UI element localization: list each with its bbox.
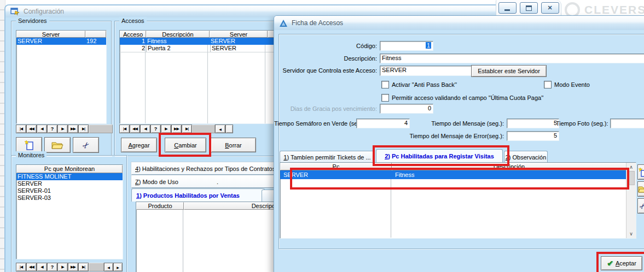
screen: CLEVERSO Configuración Servidores Server <box>0 0 644 272</box>
agregar-button[interactable]: Agregar <box>121 138 157 152</box>
borrar-button[interactable]: Borrar <box>211 138 256 152</box>
productos-col-producto[interactable]: Producto <box>136 202 184 210</box>
servidores-col-server[interactable]: Server <box>16 31 85 38</box>
accesos-row-2-server: SERVER <box>211 45 279 52</box>
monitores-item-server-01[interactable]: SERVER-01 <box>16 187 123 194</box>
servidores-row-selected[interactable]: SERVER 192 <box>16 38 106 45</box>
nav-last-button[interactable]: ▶| <box>78 125 89 133</box>
monitores-header[interactable]: Pc que Monitorean <box>16 165 123 173</box>
tab-tickets[interactable]: 1) Tambíen permitir Tickets de ... <box>280 151 375 163</box>
cleverso-logo-text: CLEVERSO <box>584 3 644 16</box>
descripcion-field[interactable]: Fitness <box>380 54 644 63</box>
accesos-row-2[interactable]: 2 Puerta 2 SERVER <box>120 45 279 52</box>
restore-button[interactable] <box>520 2 538 14</box>
mensaje-error-label: Tiempo del Mensaje de Error(seg.): <box>405 132 504 140</box>
nav-find-button[interactable]: ? <box>47 125 57 133</box>
nav-next-button[interactable]: ▶ <box>57 263 68 271</box>
nav-fast-prev-button[interactable]: ◀◀ <box>130 125 140 133</box>
accesos-group-label: Accesos <box>119 17 147 25</box>
new-record-button[interactable] <box>16 137 42 153</box>
nav-last-button[interactable]: ▶| <box>78 263 89 271</box>
nav-fast-next-button[interactable]: ▶▶ <box>68 263 78 271</box>
tab-observacion[interactable]: 2) Observación <box>504 151 548 163</box>
cambiar-button[interactable]: Cambiar <box>165 138 206 152</box>
nav-fast-next-button[interactable]: ▶▶ <box>68 125 78 133</box>
nav-find-button[interactable]: ? <box>150 125 161 133</box>
servidor-field[interactable]: SERVER <box>380 66 473 76</box>
accesos-table[interactable]: Acceso Descripción Server 1 Fitness SERV… <box>119 30 279 124</box>
servidores-col-extra[interactable] <box>85 31 106 38</box>
close-icon: ✕ <box>547 4 552 11</box>
servidores-group-label: Servidores <box>16 17 49 25</box>
tiempo-foto-field[interactable] <box>610 119 644 128</box>
tab-productos-habilitados[interactable]: 1) Productos Habilitados por Ventas <box>131 188 265 202</box>
nav-last-button[interactable]: ▶| <box>182 125 192 133</box>
side-open-button[interactable] <box>637 181 644 197</box>
monitores-item-fitness-molinet[interactable]: FITNESS MOLINET <box>16 173 123 180</box>
pc-col-descripcion[interactable]: Descripción <box>392 163 626 170</box>
modo-evento-checkbox[interactable] <box>544 81 552 88</box>
nav-fast-prev-button[interactable]: ◀◀ <box>26 263 37 271</box>
nav-first-button[interactable]: |◀ <box>16 263 26 271</box>
scrollbar-thumb[interactable] <box>628 171 635 185</box>
scroll-up-icon[interactable]: ∧ <box>626 164 636 170</box>
servidores-row-name: SERVER <box>16 38 85 45</box>
nav-next-button[interactable]: ▶ <box>57 125 68 133</box>
side-delete-button[interactable]: ✂ <box>637 198 644 214</box>
pc-table-scrollbar[interactable]: ∧ ∨ <box>626 163 636 238</box>
open-button[interactable] <box>44 137 71 153</box>
accesos-col-acceso[interactable]: Acceso <box>120 31 146 38</box>
ficha-titlebar[interactable]: Ficha de Accesos <box>274 16 644 30</box>
establecer-servidor-button[interactable]: Establcer este Servidor <box>471 65 547 77</box>
hscroll-track[interactable] <box>192 125 215 133</box>
pc-table[interactable]: Pc Descripción SERVER Fitness ∧ ∨ <box>280 162 636 239</box>
semaforo-field[interactable]: 4 <box>356 119 410 128</box>
servidor-label: Servidor que Controla este Acceso: <box>274 67 377 74</box>
monitores-group: Monitores Pc que Monitorean FITNESS MOLI… <box>11 155 127 272</box>
pc-row-server[interactable]: SERVER Fitness <box>280 170 626 179</box>
nav-prev-button[interactable]: ◀ <box>37 125 47 133</box>
accesos-col-server[interactable]: Server <box>210 31 268 38</box>
nav-find-button[interactable]: ? <box>47 263 57 271</box>
tab-modo-de-uso[interactable]: Z) Modo de Uso . <box>131 175 283 188</box>
nav-prev-button[interactable]: ◀ <box>140 125 150 133</box>
monitores-item-server[interactable]: SERVER <box>16 180 123 187</box>
codigo-field[interactable]: 1 <box>380 41 433 51</box>
ultima-cuota-checkbox[interactable] <box>381 94 389 102</box>
modo-evento-label: Modo Evento <box>554 81 590 88</box>
servidores-table[interactable]: Server SERVER 192 <box>16 30 107 124</box>
nav-prev-button[interactable]: ◀ <box>37 263 47 271</box>
dias-gracia-field[interactable]: 0 <box>380 104 433 114</box>
pc-col-pc[interactable]: Pc <box>280 163 392 170</box>
scroll-down-icon[interactable]: ∨ <box>626 231 636 236</box>
codigo-value: 1 <box>426 42 431 49</box>
nav-fast-next-button[interactable]: ▶▶ <box>171 125 182 133</box>
aceptar-button[interactable]: ✔ Aceptar <box>601 256 642 270</box>
nav-next-button[interactable]: ▶ <box>161 125 171 133</box>
side-new-record-button[interactable] <box>637 164 644 180</box>
mensaje-field[interactable]: 5 <box>507 119 559 128</box>
hscroll-left-button[interactable]: ◀ <box>104 263 113 271</box>
close-button[interactable]: ✕ <box>541 2 559 14</box>
monitores-list[interactable]: Pc que Monitorean FITNESS MOLINET SERVER… <box>16 164 123 259</box>
tab-habilitaciones-rechazos[interactable]: 4) Habilitaciones y Rechazos por Tipos d… <box>131 162 283 175</box>
minimize-button[interactable] <box>498 2 517 14</box>
accesos-row-1[interactable]: 1 Fitness SERVER <box>120 38 279 45</box>
accesos-col-descripcion[interactable]: Descripción <box>146 31 210 38</box>
nav-fast-prev-button[interactable]: ◀◀ <box>26 125 37 133</box>
minimize-icon <box>504 9 510 11</box>
delete-button[interactable]: ✂ <box>73 137 99 153</box>
productos-table[interactable]: Producto Descripció <box>136 202 281 272</box>
nav-first-button[interactable]: |◀ <box>119 125 130 133</box>
mensaje-error-field[interactable]: 5 <box>507 131 559 141</box>
anti-pass-back-checkbox[interactable] <box>381 81 389 88</box>
hscroll-left-button[interactable]: ◀ <box>215 125 225 133</box>
tab-pc-habilitadas[interactable]: 2) Pc Habilitadas para Registar Visitas <box>376 149 503 163</box>
hscroll-track[interactable] <box>89 263 104 271</box>
pc-row-server-descripcion: Fitness <box>394 172 626 179</box>
monitores-item-server-03[interactable]: SERVER-03 <box>16 194 123 202</box>
productos-col-descripcion[interactable]: Descripció <box>184 202 281 210</box>
hscroll-right-button[interactable]: ▶ <box>113 263 123 271</box>
nav-first-button[interactable]: |◀ <box>16 125 26 133</box>
hscroll-stub[interactable] <box>225 125 233 133</box>
